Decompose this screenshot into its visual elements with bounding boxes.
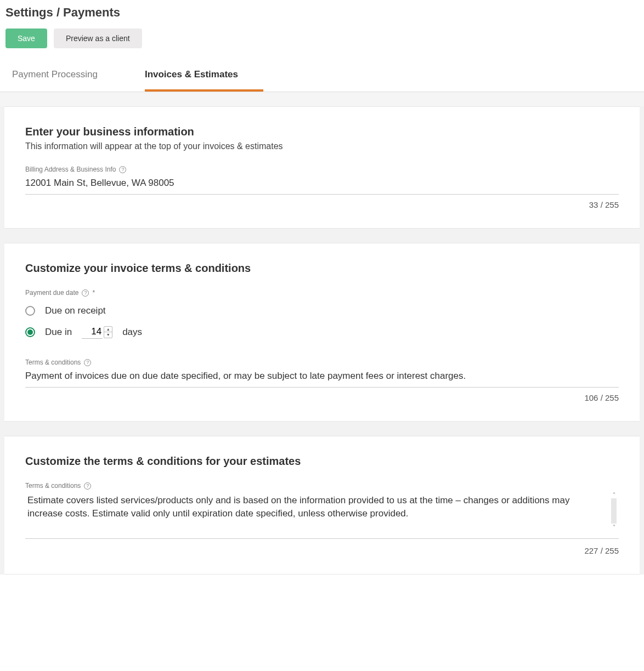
estimate-tc-counter: 227 / 255 (25, 546, 619, 555)
info-icon[interactable]: ? (84, 482, 91, 490)
radio-due-in-prefix: Due in (45, 327, 72, 338)
chevron-up-icon[interactable]: ▲ (104, 327, 112, 333)
estimate-terms-card: Customize the terms & conditions for you… (4, 436, 640, 575)
business-info-card: Enter your business information This inf… (4, 106, 640, 229)
billing-address-label: Billing Address & Business Info (25, 166, 116, 173)
required-mark: * (92, 289, 95, 297)
invoice-tc-label: Terms & conditions (25, 359, 81, 366)
radio-due-in-suffix: days (122, 327, 142, 338)
due-in-days-input[interactable] (82, 325, 103, 339)
estimate-tc-label: Terms & conditions (25, 482, 81, 490)
invoice-terms-title: Customize your invoice terms & condition… (25, 262, 619, 275)
business-info-subtitle: This information will appear at the top … (25, 141, 619, 151)
invoice-tc-input[interactable] (25, 368, 619, 388)
tab-payment-processing[interactable]: Payment Processing (12, 58, 123, 92)
radio-due-on-receipt-label: Due on receipt (45, 305, 106, 316)
breadcrumb: Settings / Payments (5, 5, 639, 20)
invoice-tc-counter: 106 / 255 (25, 393, 619, 402)
textarea-scrollbar[interactable]: ˄ ˅ (609, 492, 619, 530)
tab-invoices-estimates[interactable]: Invoices & Estimates (145, 58, 263, 92)
estimate-tc-textarea[interactable] (25, 492, 619, 539)
chevron-down-icon[interactable]: ˅ (613, 524, 615, 530)
estimate-terms-title: Customize the terms & conditions for you… (25, 455, 619, 468)
radio-due-in[interactable] (25, 327, 35, 337)
invoice-terms-card: Customize your invoice terms & condition… (4, 243, 640, 422)
preview-as-client-button[interactable]: Preview as a client (54, 29, 142, 48)
billing-address-counter: 33 / 255 (25, 200, 619, 209)
payment-due-date-label: Payment due date (25, 289, 78, 297)
info-icon[interactable]: ? (119, 166, 126, 173)
save-button[interactable]: Save (5, 29, 47, 48)
chevron-up-icon[interactable]: ˄ (613, 492, 615, 498)
days-stepper[interactable]: ▲ ▼ (104, 326, 112, 338)
info-icon[interactable]: ? (84, 359, 91, 366)
chevron-down-icon[interactable]: ▼ (104, 332, 112, 338)
scroll-thumb[interactable] (611, 498, 617, 524)
business-info-title: Enter your business information (25, 126, 619, 138)
billing-address-input[interactable] (25, 175, 619, 195)
radio-due-on-receipt[interactable] (25, 306, 35, 316)
tab-bar: Payment Processing Invoices & Estimates (0, 58, 644, 92)
info-icon[interactable]: ? (82, 289, 89, 297)
